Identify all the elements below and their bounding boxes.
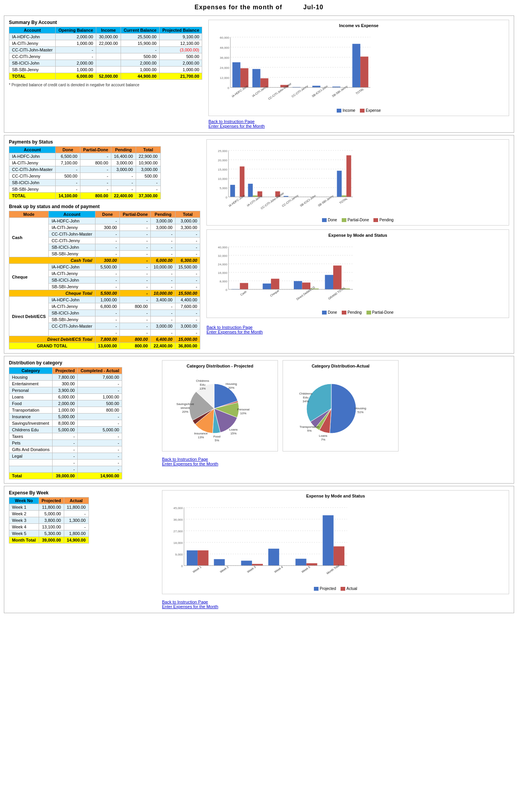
svg-text:0: 0 xyxy=(228,86,230,90)
section2-links: Back to Instruction Page Enter Expenses … xyxy=(206,325,509,334)
week-cell-week: Week 5 xyxy=(9,530,39,537)
pay-cell-done: - xyxy=(56,186,80,193)
svg-rect-81 xyxy=(333,265,341,289)
pay-cell-partial: - xyxy=(80,166,111,173)
payments-row: IA-HDFC-John 6,500.00 - 16,400.00 22,900… xyxy=(9,153,161,160)
summary-cell-opening: - xyxy=(56,53,96,60)
svg-text:0: 0 xyxy=(226,288,228,292)
pay-cell-pending: - xyxy=(111,179,136,186)
summary-cell-opening: 1,000.00 xyxy=(56,40,96,47)
summary-cell-projected: 21,700.00 xyxy=(159,73,202,80)
week-row: Week 3 3,800.00 1,300.00 xyxy=(9,517,89,524)
cat-cell-actual: 800.00 xyxy=(78,407,122,414)
pay-cell-total: 37,300.00 xyxy=(136,193,160,199)
cat-cell-proj: 1,000.00 xyxy=(53,407,78,414)
breakdown-account: SB-SBI-Jenny xyxy=(49,251,95,257)
svg-text:Personal10%: Personal10% xyxy=(237,408,250,415)
section4-links: Back to Instruction Page Enter Expenses … xyxy=(162,600,509,609)
section3-link-back[interactable]: Back to Instruction Page xyxy=(162,457,509,462)
pie-actual-title: Category Distribution-Actual xyxy=(286,364,395,368)
pay-cell-pending: - xyxy=(111,186,136,193)
summary-right: Income vs Expense 012,00024,00036,00048,… xyxy=(208,20,509,128)
week-cell-actual: 1,300.00 xyxy=(64,517,89,524)
week-cell-week: Week 1 xyxy=(9,504,39,511)
legend-mode-pending-color xyxy=(342,311,346,315)
cat-cell-cat: Food xyxy=(9,400,53,407)
pay-cell-total: 10,900.00 xyxy=(136,160,160,166)
svg-rect-113 xyxy=(187,550,198,566)
payments-row: CC-CITI-John-Master - - 3,000.00 3,000.0… xyxy=(9,166,161,173)
breakdown-done: 5,500.00 xyxy=(95,264,120,270)
breakdown-account: CC-CITI-John-Master xyxy=(49,323,95,330)
svg-text:Loans15%: Loans15% xyxy=(229,428,238,435)
expense-mode-title: Expense by Mode and Status xyxy=(210,233,506,238)
summary-cell-account: IA-CITI-Jenny xyxy=(9,40,56,47)
breakdown-pending: - xyxy=(151,316,176,323)
summary-cell-current: 1,000.00 xyxy=(121,67,159,73)
summary-col-opening: Opening Balance xyxy=(56,27,96,34)
section1-link-back[interactable]: Back to Instruction Page xyxy=(208,119,509,124)
svg-rect-115 xyxy=(241,561,252,566)
pie-projected-box: Category Distribution - Projected Housin… xyxy=(162,360,278,451)
week-row: Week 4 13,100.00 - xyxy=(9,524,89,530)
breakdown-total: 7,600.00 xyxy=(176,303,200,310)
breakdown-total: - xyxy=(176,231,200,238)
summary-row: TOTAL 6,000.00 52,000.00 44,900.00 21,70… xyxy=(9,73,202,80)
summary-cell-opening: 2,000.00 xyxy=(56,34,96,40)
section4-link-enter[interactable]: Enter Expenses for the Month xyxy=(162,604,509,609)
cat-cell-cat: Gifts And Donations xyxy=(9,446,53,453)
section2-link-enter[interactable]: Enter Expenses for the Month xyxy=(206,330,509,334)
breakdown-subtotal: Cheque Total 5,500.00 - 10,000.00 15,500… xyxy=(9,290,200,297)
breakdown-partial: 800.00 xyxy=(120,303,151,310)
breakdown-title: Break up by status and mode of payment xyxy=(9,204,200,209)
breakdown-pending: - xyxy=(151,277,176,284)
page-title: Expenses for the month of Jul-10 xyxy=(0,0,518,13)
summary-table: Account Opening Balance Income Current B… xyxy=(9,27,202,80)
svg-text:0: 0 xyxy=(226,196,228,199)
week-cell-week: Month Total xyxy=(9,537,39,544)
week-cell-proj: 5,000.00 xyxy=(39,511,64,517)
breakdown-row: Direct Debit/ECS IA-HDFC-John 1,000.00 -… xyxy=(9,297,200,303)
summary-cell-income: 30,000.00 xyxy=(96,34,121,40)
week-cell-week: Week 3 xyxy=(9,517,39,524)
summary-cell-account: CC-CITI-John-Master xyxy=(9,47,56,53)
section3-link-enter[interactable]: Enter Expenses for the Month xyxy=(162,462,509,466)
svg-rect-12 xyxy=(232,62,240,87)
category-row: - - xyxy=(9,466,122,473)
svg-text:Cheque: Cheque xyxy=(269,289,280,297)
summary-row: SB-SBI-Jenny 1,000.00 1,000.00 1,000.00 xyxy=(9,67,202,73)
breakdown-pending: - xyxy=(151,330,176,336)
income-expense-svg: 012,00024,00036,00048,00060,000IA-HDFC-J… xyxy=(212,29,374,107)
svg-text:CC-CITI-John-Master: CC-CITI-John-Master xyxy=(260,191,285,210)
cat-cell-actual: - xyxy=(78,446,122,453)
week-row: Week 1 11,800.00 11,800.00 xyxy=(9,504,89,511)
cat-cell-proj: - xyxy=(53,446,78,453)
breakdown-table: Mode Account Done Partial-Done Pending T… xyxy=(9,211,200,349)
svg-rect-18 xyxy=(240,68,249,87)
summary-cell-income: 52,000.00 xyxy=(96,73,121,80)
section2-link-back[interactable]: Back to Instruction Page xyxy=(206,325,509,330)
summary-col-account: Account xyxy=(9,27,56,34)
legend-done: Done xyxy=(322,218,337,222)
pay-cell-done: 6,500.00 xyxy=(56,153,80,160)
summary-cell-projected: 12,100.00 xyxy=(159,40,202,47)
breakdown-subtotal-total: 15,000.00 xyxy=(176,336,200,343)
category-title: Distribution by category xyxy=(9,360,156,366)
cat-cell-actual: - xyxy=(78,414,122,420)
svg-text:60,000: 60,000 xyxy=(220,36,230,39)
payments-title: Payments by Status xyxy=(9,139,200,145)
breakdown-subtotal-done: 5,500.00 xyxy=(95,290,120,297)
svg-rect-46 xyxy=(337,171,342,197)
svg-text:Food5%: Food5% xyxy=(213,435,220,442)
breakdown-partial: - xyxy=(120,323,151,330)
svg-text:27,000: 27,000 xyxy=(174,530,183,533)
category-row: Transportation 1,000.00 800.00 xyxy=(9,407,122,414)
breakdown-total: 4,400.00 xyxy=(176,297,200,303)
section1-link-enter[interactable]: Enter Expenses for the Month xyxy=(208,124,509,128)
summary-footnote: * Projected balance of credit card is de… xyxy=(9,83,202,87)
category-row: Insurance 5,000.00 - xyxy=(9,414,122,420)
week-cell-actual: 11,800.00 xyxy=(64,504,89,511)
section4-link-back[interactable]: Back to Instruction Page xyxy=(162,600,509,604)
legend-partial-label: Partial-Done xyxy=(348,218,369,222)
cat-cell-actual: - xyxy=(78,440,122,446)
